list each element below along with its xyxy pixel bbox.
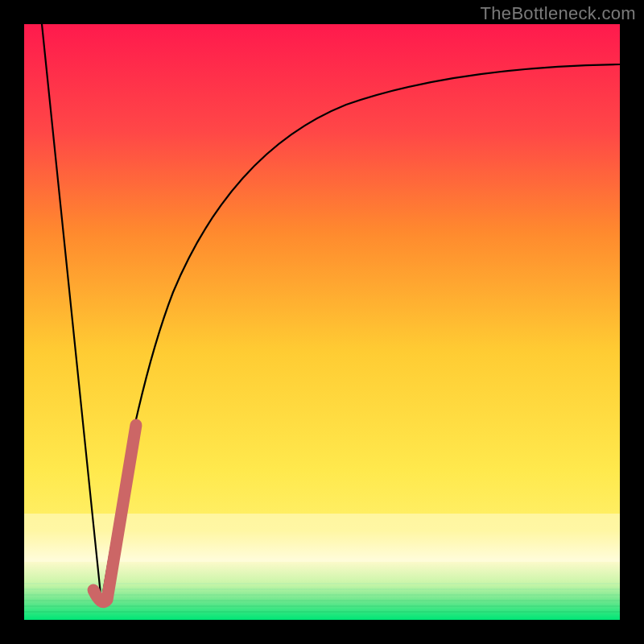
plot-area bbox=[24, 24, 620, 620]
highlight-segment bbox=[93, 425, 136, 602]
right-ascent-curve bbox=[101, 64, 620, 602]
frame: TheBottleneck.com bbox=[0, 0, 644, 644]
left-descent-curve bbox=[42, 24, 101, 602]
curves-layer bbox=[24, 24, 620, 620]
watermark-text: TheBottleneck.com bbox=[481, 3, 636, 24]
